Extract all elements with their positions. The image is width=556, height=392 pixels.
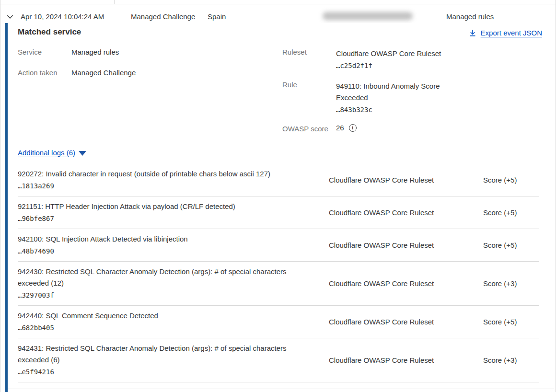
log-row-main: 942430: Restricted SQL Character Anomaly… xyxy=(18,266,296,301)
log-row: 942440: SQL Comment Sequence Detected …6… xyxy=(18,306,539,338)
redacted-hostname xyxy=(323,12,413,20)
log-rule-title: 921151: HTTP Header Injection Attack via… xyxy=(18,201,296,212)
action-taken-label: Action taken xyxy=(18,69,58,77)
additional-logs-table: 920272: Invalid character in request (ou… xyxy=(18,164,539,382)
rule-value-block: 949110: Inbound Anomaly Score Exceeded …… xyxy=(336,81,451,115)
event-action: Managed Challenge xyxy=(131,12,195,21)
owasp-score-block: 26 i xyxy=(336,124,357,132)
log-ruleset: Cloudflare OWASP Core Ruleset xyxy=(329,279,483,288)
log-score: Score (+3) xyxy=(483,356,517,364)
log-row: 921151: HTTP Header Injection Attack via… xyxy=(18,196,539,229)
ruleset-value-block: Cloudflare OWASP Core Ruleset …c25d2f1f xyxy=(336,48,451,71)
event-summary-row[interactable]: Apr 10, 2024 10:04:24 AM Managed Challen… xyxy=(0,4,556,23)
event-detail-panel: Matched service Export event JSON Servic… xyxy=(5,23,554,392)
service-value: Managed rules xyxy=(71,48,119,56)
log-row-main: 942100: SQL Injection Attack Detected vi… xyxy=(18,233,296,257)
chevron-down-icon[interactable] xyxy=(6,13,14,21)
owasp-score-value: 26 xyxy=(336,124,344,132)
log-ruleset: Cloudflare OWASP Core Ruleset xyxy=(329,241,483,249)
event-country: Spain xyxy=(208,12,226,21)
matched-service-title: Matched service xyxy=(18,27,81,37)
log-rule-id: …3297003f xyxy=(18,289,296,301)
log-rule-id: …682bb405 xyxy=(18,322,296,334)
ruleset-label: Ruleset xyxy=(282,48,307,56)
log-ruleset: Cloudflare OWASP Core Ruleset xyxy=(329,318,483,326)
log-ruleset: Cloudflare OWASP Core Ruleset xyxy=(329,176,483,184)
owasp-score-label: OWASP score xyxy=(282,125,328,133)
log-ruleset: Cloudflare OWASP Core Ruleset xyxy=(329,208,483,217)
export-event-json-label: Export event JSON xyxy=(481,29,542,37)
action-taken-value: Managed Challenge xyxy=(71,69,136,77)
rule-label: Rule xyxy=(282,81,297,89)
log-score: Score (+5) xyxy=(483,208,517,217)
log-score: Score (+3) xyxy=(483,279,517,288)
log-row: 920272: Invalid character in request (ou… xyxy=(18,164,539,196)
log-rule-id: …48b74690 xyxy=(18,245,296,257)
ruleset-id: …c25d2f1f xyxy=(336,60,451,71)
export-event-json-link[interactable]: Export event JSON xyxy=(469,29,542,37)
log-score: Score (+5) xyxy=(483,176,517,184)
log-row: 942430: Restricted SQL Character Anomaly… xyxy=(18,262,539,306)
log-row: 942431: Restricted SQL Character Anomaly… xyxy=(18,338,539,382)
caret-down-icon xyxy=(79,151,86,156)
log-row-main: 921151: HTTP Header Injection Attack via… xyxy=(18,201,296,224)
info-icon[interactable]: i xyxy=(349,124,357,132)
log-rule-id: …96bfe867 xyxy=(18,213,296,224)
log-row-main: 942431: Restricted SQL Character Anomaly… xyxy=(18,343,296,378)
log-rule-title: 942431: Restricted SQL Character Anomaly… xyxy=(18,343,296,366)
ruleset-name: Cloudflare OWASP Core Ruleset xyxy=(336,49,441,58)
log-rule-id: …e5f94216 xyxy=(18,366,296,378)
event-timestamp: Apr 10, 2024 10:04:24 AM xyxy=(21,12,104,21)
log-rule-title: 920272: Invalid character in request (ou… xyxy=(18,168,296,180)
log-row-main: 920272: Invalid character in request (ou… xyxy=(18,168,296,192)
rule-name: 949110: Inbound Anomaly Score Exceeded xyxy=(336,82,440,102)
panel-bottom-divider xyxy=(8,389,554,389)
log-rule-title: 942440: SQL Comment Sequence Detected xyxy=(18,310,296,322)
log-rule-title: 942430: Restricted SQL Character Anomaly… xyxy=(18,266,296,289)
rule-id: …843b323c xyxy=(336,104,451,115)
column-tick-divider xyxy=(114,0,115,4)
log-score: Score (+5) xyxy=(483,318,517,326)
service-label: Service xyxy=(18,48,42,56)
log-rule-id: …1813a269 xyxy=(18,180,296,192)
additional-logs-label: Additional logs (6) xyxy=(18,149,75,157)
event-service: Managed rules xyxy=(446,12,494,21)
log-ruleset: Cloudflare OWASP Core Ruleset xyxy=(329,356,483,364)
additional-logs-toggle[interactable]: Additional logs (6) xyxy=(18,149,86,157)
log-score: Score (+5) xyxy=(483,241,517,249)
firewall-event-detail-screen: Apr 10, 2024 10:04:24 AM Managed Challen… xyxy=(0,0,556,392)
log-row-main: 942440: SQL Comment Sequence Detected …6… xyxy=(18,310,296,334)
log-rule-title: 942100: SQL Injection Attack Detected vi… xyxy=(18,233,296,245)
log-row: 942100: SQL Injection Attack Detected vi… xyxy=(18,229,539,262)
download-icon xyxy=(469,29,476,37)
